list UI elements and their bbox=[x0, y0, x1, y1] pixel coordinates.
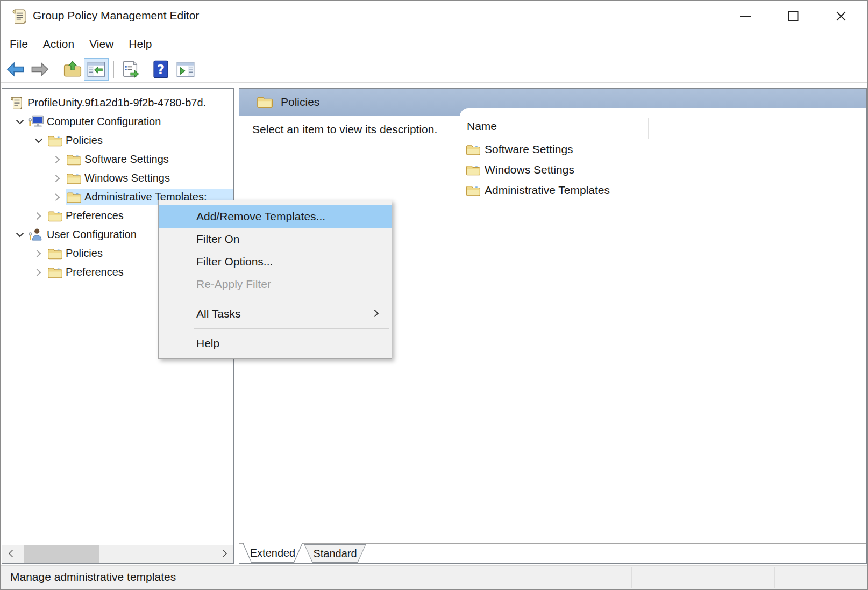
folder-icon bbox=[66, 153, 82, 166]
folder-icon bbox=[47, 266, 63, 279]
list-item-administrative-templates[interactable]: Administrative Templates bbox=[460, 180, 866, 200]
tree-item-label: Windows Settings bbox=[84, 172, 170, 184]
menu-separator bbox=[194, 328, 389, 329]
menu-file[interactable]: File bbox=[9, 37, 29, 52]
submenu-arrow-icon bbox=[371, 310, 379, 317]
menu-item-help[interactable]: Help bbox=[159, 332, 392, 355]
folder-icon bbox=[466, 164, 480, 176]
gpme-window: Group Policy Management Editor File Acti… bbox=[0, 0, 868, 590]
column-header-name[interactable]: Name bbox=[467, 120, 497, 133]
tree-item-root[interactable]: ProfileUnity.9f1a2d1b-9f2b-4780-b7d. bbox=[2, 93, 233, 112]
up-one-level-icon bbox=[63, 60, 82, 78]
tree-item-label: User Configuration bbox=[47, 228, 137, 241]
chevron-down-icon[interactable] bbox=[12, 114, 28, 130]
folder-icon bbox=[47, 134, 63, 147]
back-button[interactable] bbox=[6, 62, 25, 77]
context-menu: Add/Remove Templates... Filter On Filter… bbox=[158, 200, 392, 359]
gpo-scroll-icon bbox=[9, 96, 25, 111]
close-icon bbox=[836, 11, 846, 21]
menu-item-filter-options[interactable]: Filter Options... bbox=[159, 250, 392, 273]
list-item-windows-settings[interactable]: Windows Settings bbox=[460, 160, 866, 180]
tree-item-software-settings[interactable]: Software Settings bbox=[2, 150, 233, 169]
menu-item-filter-on[interactable]: Filter On bbox=[159, 228, 392, 250]
svg-text:?: ? bbox=[157, 62, 165, 77]
show-action-pane-button[interactable] bbox=[176, 61, 195, 77]
help-icon: ? bbox=[153, 60, 169, 78]
menu-item-label: All Tasks bbox=[196, 307, 240, 320]
chevron-down-icon[interactable] bbox=[31, 133, 47, 149]
view-tabs: Extended Standard bbox=[239, 544, 866, 563]
tree-item-label: Preferences bbox=[66, 210, 124, 222]
help-button[interactable]: ? bbox=[153, 60, 169, 78]
chevron-down-icon[interactable] bbox=[12, 227, 28, 243]
show-action-pane-icon bbox=[176, 61, 195, 77]
folder-icon bbox=[466, 143, 480, 156]
menu-item-add-remove-templates[interactable]: Add/Remove Templates... bbox=[159, 205, 392, 228]
show-console-tree-button[interactable] bbox=[84, 58, 109, 81]
tree-item-policies[interactable]: Policies bbox=[2, 131, 233, 150]
tree-item-label: Preferences bbox=[66, 266, 124, 278]
minimize-icon bbox=[739, 15, 751, 17]
chevron-right-icon[interactable] bbox=[31, 264, 47, 280]
minimize-button[interactable] bbox=[725, 1, 765, 32]
menu-separator bbox=[194, 299, 389, 299]
toolbar-separator bbox=[146, 61, 146, 78]
menu-item-all-tasks[interactable]: All Tasks bbox=[159, 303, 392, 325]
description-text: Select an item to view its description. bbox=[252, 123, 437, 136]
title-bar: Group Policy Management Editor bbox=[1, 1, 867, 33]
tree-item-windows-settings[interactable]: Windows Settings bbox=[2, 169, 233, 188]
window-title: Group Policy Management Editor bbox=[33, 9, 199, 22]
forward-button[interactable] bbox=[30, 62, 49, 77]
maximize-button[interactable] bbox=[773, 1, 813, 32]
menu-view[interactable]: View bbox=[88, 37, 115, 52]
tree-item-label: Software Settings bbox=[84, 153, 169, 166]
horizontal-scrollbar[interactable] bbox=[2, 545, 233, 563]
scroll-left-icon[interactable] bbox=[9, 550, 16, 557]
computer-icon bbox=[28, 114, 44, 129]
chevron-right-icon[interactable] bbox=[31, 246, 47, 262]
chevron-right-icon[interactable] bbox=[31, 208, 47, 224]
status-text: Manage administrative templates bbox=[10, 571, 176, 584]
toolbar: ? bbox=[1, 56, 867, 83]
folder-icon bbox=[257, 95, 273, 109]
export-list-button[interactable] bbox=[121, 60, 140, 78]
folder-icon bbox=[66, 191, 82, 204]
back-icon bbox=[6, 62, 25, 77]
status-separator bbox=[631, 567, 632, 588]
toolbar-separator bbox=[55, 61, 55, 78]
column-divider[interactable] bbox=[648, 118, 649, 139]
status-bar: Manage administrative templates bbox=[1, 565, 867, 590]
menu-help[interactable]: Help bbox=[127, 37, 153, 52]
chevron-right-icon[interactable] bbox=[49, 189, 66, 205]
menu-action[interactable]: Action bbox=[42, 37, 75, 52]
forward-icon bbox=[30, 62, 49, 77]
list-item-label: Windows Settings bbox=[485, 163, 574, 176]
scroll-right-icon[interactable] bbox=[219, 550, 227, 557]
tree-item-label: Policies bbox=[66, 247, 103, 260]
tree-item-label: ProfileUnity.9f1a2d1b-9f2b-4780-b7d. bbox=[27, 97, 206, 109]
list-item-software-settings[interactable]: Software Settings bbox=[460, 139, 866, 160]
folder-icon bbox=[47, 247, 63, 260]
gpo-scroll-icon bbox=[11, 8, 27, 25]
maximize-icon bbox=[788, 11, 799, 21]
close-button[interactable] bbox=[821, 1, 861, 32]
up-one-level-button[interactable] bbox=[63, 60, 82, 78]
folder-icon bbox=[47, 210, 63, 222]
show-console-tree-icon bbox=[87, 61, 105, 77]
menu-bar: File Action View Help bbox=[1, 33, 867, 55]
results-pane-title: Policies bbox=[281, 96, 319, 109]
tree-item-label: Policies bbox=[66, 134, 103, 147]
list-item-label: Administrative Templates bbox=[485, 184, 610, 197]
toolbar-separator bbox=[113, 61, 114, 78]
chevron-right-icon[interactable] bbox=[49, 152, 66, 168]
chevron-right-icon[interactable] bbox=[49, 170, 66, 186]
tree-item-computer-configuration[interactable]: Computer Configuration bbox=[2, 112, 233, 131]
folder-icon bbox=[466, 184, 480, 197]
tab-extended[interactable]: Extended bbox=[243, 543, 303, 563]
tab-standard[interactable]: Standard bbox=[304, 544, 366, 563]
folder-icon bbox=[66, 172, 82, 185]
status-separator bbox=[774, 567, 775, 588]
tree-item-label: Computer Configuration bbox=[47, 116, 161, 128]
export-list-icon bbox=[121, 60, 140, 78]
scrollbar-thumb[interactable] bbox=[24, 545, 99, 563]
